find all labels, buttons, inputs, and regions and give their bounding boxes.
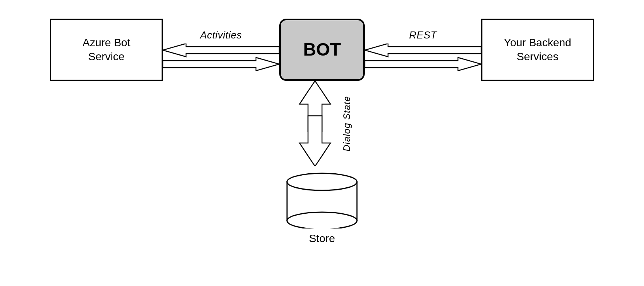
azure-bot-service-box: Azure Bot Service (50, 19, 163, 81)
backend-services-label: Your Backend Services (504, 36, 571, 64)
activities-label: Activities (200, 29, 242, 41)
svg-marker-0 (163, 44, 279, 57)
svg-marker-3 (365, 58, 481, 71)
dialog-state-arrow-svg (292, 81, 338, 166)
dialog-state-label: Dialog State (341, 96, 352, 152)
store-container: Store (283, 166, 361, 245)
activities-arrow-container: Activities (163, 19, 279, 81)
svg-marker-5 (299, 116, 331, 166)
azure-bot-service-label: Azure Bot Service (83, 36, 131, 64)
svg-marker-1 (163, 58, 279, 71)
store-cylinder-svg (283, 166, 361, 228)
vertical-section: Dialog State Store (283, 81, 361, 245)
svg-point-7 (287, 212, 357, 228)
bot-label: BOT (303, 38, 341, 61)
rest-arrow-container: REST (365, 19, 481, 81)
svg-point-8 (287, 173, 357, 190)
bot-box: BOT (279, 19, 365, 81)
rest-label: REST (409, 29, 437, 41)
rest-arrow-svg (365, 44, 481, 71)
diagram-container: Azure Bot Service Activities BOT REST (0, 0, 644, 286)
svg-marker-2 (365, 44, 481, 57)
activities-arrow-svg (163, 44, 279, 71)
top-row: Azure Bot Service Activities BOT REST (0, 19, 644, 81)
backend-services-box: Your Backend Services (481, 19, 594, 81)
store-label: Store (309, 232, 335, 245)
dialog-state-arrow-container: Dialog State (292, 81, 352, 166)
